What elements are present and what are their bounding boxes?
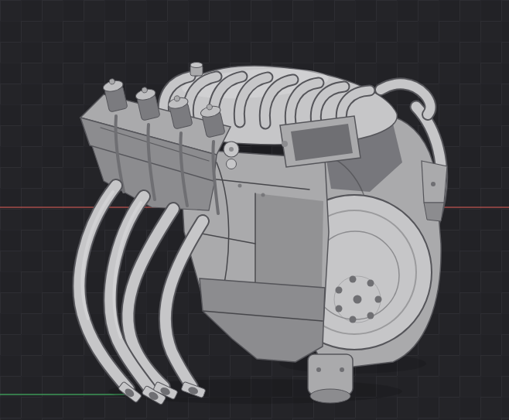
throttle-box	[280, 116, 360, 167]
flywheel-hub	[354, 295, 362, 304]
flywheel-bolt	[350, 276, 357, 283]
scene-svg	[0, 0, 509, 420]
flywheel-bolt	[350, 316, 357, 323]
flywheel-bolt	[336, 306, 343, 312]
manifold-fitting	[190, 63, 203, 77]
3d-viewport[interactable]	[0, 0, 509, 420]
engine-model[interactable]	[79, 63, 447, 405]
flywheel-bolt	[375, 296, 382, 303]
flywheel-bolt	[336, 287, 343, 294]
starter-cylinder	[308, 354, 353, 403]
flywheel-bolt	[367, 312, 374, 319]
oil-pan	[200, 278, 325, 362]
flywheel-bolt	[367, 280, 374, 287]
